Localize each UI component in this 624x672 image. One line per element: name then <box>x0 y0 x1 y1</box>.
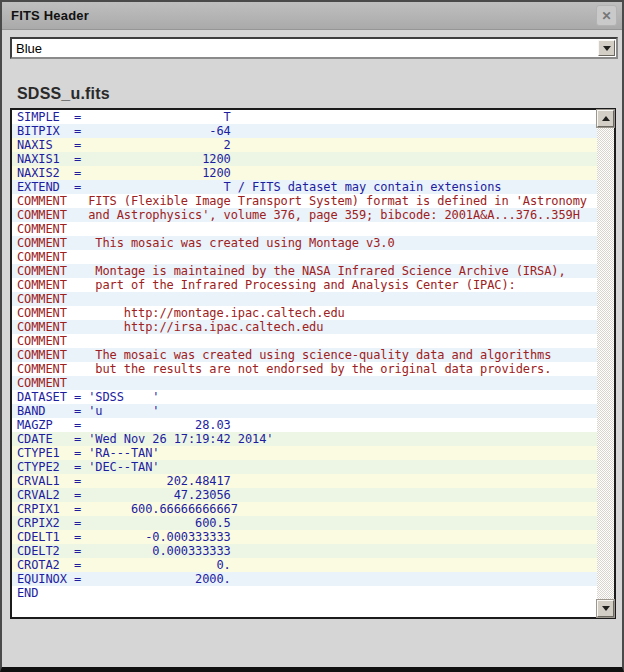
header-line: COMMENT <box>12 292 597 306</box>
header-line: COMMENT http://irsa.ipac.caltech.edu <box>12 320 597 334</box>
header-line: NAXIS1 = 1200 <box>12 152 597 166</box>
fits-header-panel: SIMPLE = TBITPIX = -64NAXIS = 2NAXIS1 = … <box>10 108 616 619</box>
header-line: COMMENT <box>12 376 597 390</box>
header-line: COMMENT but the results are not endorsed… <box>12 362 597 376</box>
header-line: COMMENT http://montage.ipac.caltech.edu <box>12 306 597 320</box>
header-line: COMMENT This mosaic was created using Mo… <box>12 236 597 250</box>
header-line: SIMPLE = T <box>12 110 597 124</box>
header-line: BITPIX = -64 <box>12 124 597 138</box>
header-line: CDATE = 'Wed Nov 26 17:19:42 2014' <box>12 432 597 446</box>
header-line: CTYPE2 = 'DEC--TAN' <box>12 460 597 474</box>
header-line: COMMENT <box>12 334 597 348</box>
header-lines[interactable]: SIMPLE = TBITPIX = -64NAXIS = 2NAXIS1 = … <box>12 110 597 617</box>
header-line: EQUINOX = 2000. <box>12 572 597 586</box>
dropdown-arrow-button[interactable] <box>598 40 615 56</box>
header-line: CRPIX2 = 600.5 <box>12 516 597 530</box>
header-line: CDELT2 = 0.000333333 <box>12 544 597 558</box>
header-line: COMMENT <box>12 250 597 264</box>
scrollbar-up-icon <box>602 116 610 121</box>
chevron-down-icon <box>603 46 611 51</box>
header-line: COMMENT <box>12 222 597 236</box>
header-line: BAND = 'u ' <box>12 404 597 418</box>
file-title: SDSS_u.fits <box>17 85 110 103</box>
header-line: NAXIS2 = 1200 <box>12 166 597 180</box>
vertical-scrollbar[interactable] <box>597 110 614 617</box>
plane-select-value: Blue <box>16 41 42 56</box>
header-line: CRPIX1 = 600.66666666667 <box>12 502 597 516</box>
fits-header-dialog: FITS Header ✕ Blue SDSS_u.fits SIMPLE = … <box>0 0 624 672</box>
header-line: DATASET = 'SDSS ' <box>12 390 597 404</box>
header-line: CRVAL2 = 47.23056 <box>12 488 597 502</box>
header-line: CRVAL1 = 202.48417 <box>12 474 597 488</box>
header-line: MAGZP = 28.03 <box>12 418 597 432</box>
header-line: CDELT1 = -0.000333333 <box>12 530 597 544</box>
scrollbar-down-button[interactable] <box>597 600 614 617</box>
header-line: COMMENT and Astrophysics', volume 376, p… <box>12 208 597 222</box>
header-line: COMMENT part of the Infrared Processing … <box>12 278 597 292</box>
header-line: COMMENT The mosaic was created using sci… <box>12 348 597 362</box>
dialog-titlebar[interactable]: FITS Header ✕ <box>2 2 622 30</box>
header-line: CTYPE1 = 'RA---TAN' <box>12 446 597 460</box>
plane-select[interactable]: Blue <box>10 37 618 59</box>
close-button[interactable]: ✕ <box>596 5 617 26</box>
header-line: NAXIS = 2 <box>12 138 597 152</box>
header-line: EXTEND = T / FITS dataset may contain ex… <box>12 180 597 194</box>
header-line: COMMENT FITS (Flexible Image Transport S… <box>12 194 597 208</box>
dialog-title: FITS Header <box>11 8 89 23</box>
scrollbar-down-icon <box>602 606 610 611</box>
header-line: END <box>12 586 597 600</box>
scrollbar-up-button[interactable] <box>597 110 614 127</box>
header-line: CROTA2 = 0. <box>12 558 597 572</box>
header-line: COMMENT Montage is maintained by the NAS… <box>12 264 597 278</box>
close-icon: ✕ <box>601 10 611 22</box>
